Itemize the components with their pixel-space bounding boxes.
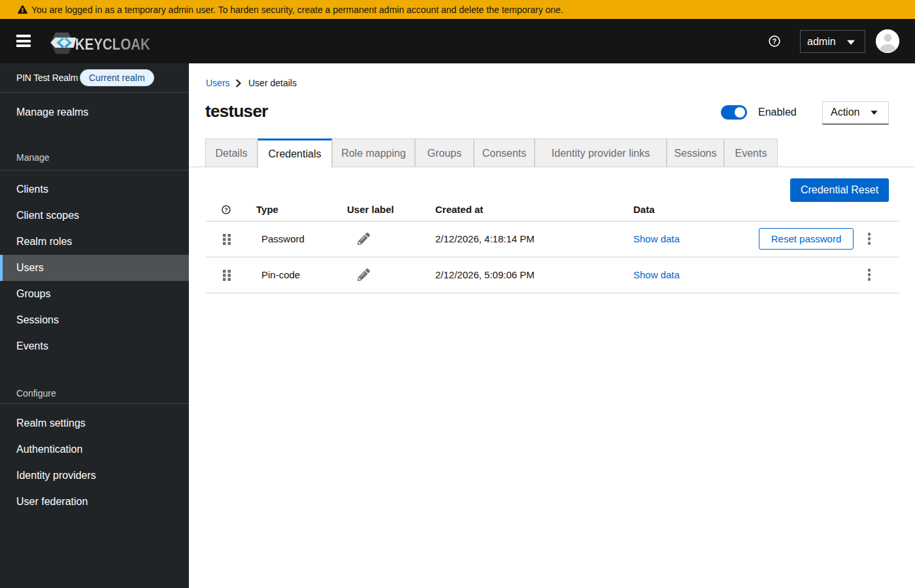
svg-text:?: ?	[225, 207, 228, 213]
svg-text:?: ?	[773, 37, 776, 45]
